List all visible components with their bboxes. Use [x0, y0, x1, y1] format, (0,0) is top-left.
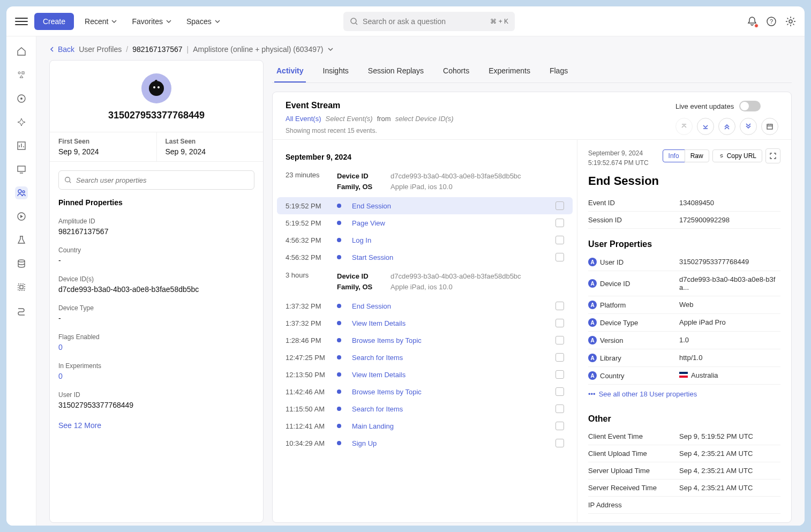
chevron-down-icon[interactable] [327, 46, 334, 53]
sidebar-users-icon[interactable] [15, 186, 28, 199]
sidebar-templates-icon[interactable] [15, 69, 28, 81]
event-name[interactable]: Browse Items by Topic [352, 388, 545, 396]
sidebar-integrations-icon[interactable] [15, 281, 28, 294]
back-button[interactable]: Back [49, 45, 74, 54]
event-row[interactable]: 5:19:52 PMEnd Session [277, 197, 573, 214]
tab-session-replays[interactable]: Session Replays [366, 60, 426, 83]
prop-label: Device ID(s) [58, 275, 254, 283]
scroll-bottom-button[interactable] [697, 118, 714, 135]
live-updates-toggle[interactable] [739, 101, 761, 111]
event-name[interactable]: End Session [352, 302, 545, 310]
event-name[interactable]: Main Landing [352, 422, 545, 430]
select-events-filter[interactable]: Select Event(s) [325, 115, 372, 123]
prop-label: Country [58, 246, 254, 254]
event-row[interactable]: 1:37:32 PMView Item Details [277, 314, 573, 332]
sidebar-home-icon[interactable] [15, 45, 28, 58]
event-row[interactable]: 12:13:50 PMView Item Details [277, 366, 573, 383]
info-tab-button[interactable]: Info [663, 149, 685, 162]
event-checkbox[interactable] [555, 353, 564, 362]
event-name[interactable]: Search for Items [352, 405, 545, 413]
scroll-top-button[interactable] [675, 118, 693, 135]
timeline-dot-icon [337, 338, 341, 342]
sidebar-experiments-icon[interactable] [15, 234, 28, 246]
event-name[interactable]: Search for Items [352, 354, 545, 362]
favorites-menu[interactable]: Favorites [127, 17, 176, 26]
event-name[interactable]: End Session [352, 202, 545, 210]
amplitude-badge-icon: A [588, 354, 597, 362]
event-row[interactable]: 1:37:32 PMEnd Session [277, 297, 573, 314]
raw-tab-button[interactable]: Raw [685, 149, 709, 162]
event-checkbox[interactable] [555, 302, 564, 310]
prop-value[interactable]: 0 [58, 343, 254, 351]
tab-flags[interactable]: Flags [547, 60, 570, 83]
expand-panel-button[interactable] [765, 148, 780, 163]
event-row[interactable]: 5:19:52 PMPage View [277, 214, 573, 231]
help-icon[interactable]: ? [766, 16, 777, 27]
event-row[interactable]: 12:47:25 PMSearch for Items [277, 349, 573, 366]
event-checkbox[interactable] [555, 336, 564, 344]
expand-button[interactable] [740, 118, 757, 135]
sidebar-data-icon[interactable] [15, 257, 28, 270]
see-all-properties-link[interactable]: •••See all other 18 User properties [588, 385, 780, 403]
sidebar-pipelines-icon[interactable] [15, 304, 28, 317]
svg-point-17 [153, 86, 155, 88]
event-checkbox[interactable] [555, 387, 564, 396]
arrow-left-icon [49, 46, 56, 53]
tab-experiments[interactable]: Experiments [486, 60, 532, 83]
event-checkbox[interactable] [555, 219, 564, 227]
event-name[interactable]: Start Session [352, 253, 545, 261]
event-row[interactable]: 11:12:41 AMMain Landing [277, 417, 573, 434]
notifications-icon[interactable] [747, 16, 757, 27]
event-name[interactable]: View Item Details [352, 371, 545, 379]
crumb-project[interactable]: Amplistore (online + physical) (603497) [193, 45, 323, 54]
sidebar-play-icon[interactable] [15, 210, 28, 223]
event-checkbox[interactable] [555, 253, 564, 261]
prop-value[interactable]: 0 [58, 372, 254, 380]
event-checkbox[interactable] [555, 201, 564, 210]
event-checkbox[interactable] [555, 370, 564, 379]
menu-icon[interactable] [15, 15, 28, 28]
event-name[interactable]: Log In [352, 236, 545, 244]
tab-insights[interactable]: Insights [321, 60, 351, 83]
event-row[interactable]: 1:28:46 PMBrowse Items by Topic [277, 332, 573, 349]
select-device-filter[interactable]: select Device ID(s) [395, 115, 454, 123]
event-name[interactable]: Page View [352, 219, 545, 227]
copy-url-button[interactable]: Copy URL [712, 149, 762, 162]
property-search[interactable] [58, 170, 254, 190]
create-button[interactable]: Create [34, 13, 74, 30]
see-more-link[interactable]: See 12 More [50, 415, 263, 436]
recent-menu[interactable]: Recent [80, 17, 121, 26]
event-name[interactable]: Sign Up [352, 439, 545, 447]
event-checkbox[interactable] [555, 319, 564, 327]
event-name[interactable]: Browse Items by Topic [352, 336, 545, 344]
sidebar-analytics-icon[interactable] [15, 139, 28, 152]
sidebar-monitor-icon[interactable] [15, 163, 28, 176]
sidebar-ai-icon[interactable] [15, 116, 28, 129]
crumb-user-profiles[interactable]: User Profiles [79, 45, 122, 54]
event-row[interactable]: 11:42:46 AMBrowse Items by Topic [277, 383, 573, 400]
collapse-button[interactable] [718, 118, 735, 135]
spaces-menu[interactable]: Spaces [182, 17, 224, 26]
date-picker-button[interactable] [761, 118, 778, 135]
event-row[interactable]: 4:56:32 PMLog In [277, 231, 573, 249]
prop-value: d7cde993-b3a0-4b03-a0e8-b3fae58db5bc [58, 285, 254, 294]
all-events-filter[interactable]: All Event(s) [286, 115, 321, 123]
search-input[interactable]: Search or ask a question ⌘ + K [343, 12, 515, 31]
detail-timestamp: September 9, 20245:19:52.674 PM UTC [588, 148, 649, 168]
event-checkbox[interactable] [555, 404, 564, 413]
event-time: 1:28:46 PM [286, 336, 326, 344]
event-checkbox[interactable] [555, 422, 564, 430]
event-checkbox[interactable] [555, 439, 564, 447]
svg-point-0 [351, 18, 356, 24]
event-row[interactable]: 10:34:29 AMSign Up [277, 434, 573, 452]
event-checkbox[interactable] [555, 236, 564, 244]
event-row[interactable]: 11:15:50 AMSearch for Items [277, 400, 573, 417]
event-row[interactable]: 4:56:32 PMStart Session [277, 249, 573, 266]
settings-icon[interactable] [785, 16, 796, 27]
date-header: September 9, 2024 [277, 148, 573, 166]
tab-cohorts[interactable]: Cohorts [441, 60, 471, 83]
event-name[interactable]: View Item Details [352, 319, 545, 327]
sidebar-explore-icon[interactable] [15, 92, 28, 105]
search-placeholder: Search or ask a question [363, 17, 446, 26]
tab-activity[interactable]: Activity [274, 60, 306, 83]
